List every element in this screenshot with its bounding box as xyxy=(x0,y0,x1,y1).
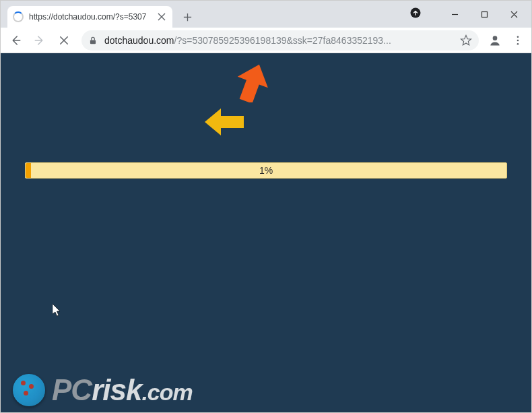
menu-button[interactable] xyxy=(508,31,527,50)
media-control-icon[interactable] xyxy=(408,5,423,20)
back-button[interactable] xyxy=(5,30,26,51)
titlebar: https://dotchaudou.com/?s=5307 xyxy=(1,1,531,28)
bookmark-button[interactable] xyxy=(460,34,472,46)
watermark-pc: PC xyxy=(52,373,92,406)
watermark-risk: risk xyxy=(92,373,141,406)
new-tab-button[interactable] xyxy=(178,7,197,26)
url-domain: dotchaudou.com xyxy=(104,35,174,46)
loading-spinner-icon xyxy=(13,11,24,22)
arrow-left-annotation-icon xyxy=(205,108,244,138)
watermark-com: .com xyxy=(141,379,192,405)
watermark: PCrisk.com xyxy=(13,373,193,407)
window-controls xyxy=(408,1,531,28)
maximize-button[interactable] xyxy=(470,4,498,24)
svg-rect-2 xyxy=(90,40,96,44)
address-bar[interactable]: dotchaudou.com/?s=530785925396198139&ssk… xyxy=(81,30,479,51)
minimize-button[interactable] xyxy=(440,4,469,24)
url-path: /?s=530785925396198139&ssk=27fa846335219… xyxy=(174,35,391,46)
toolbar-right xyxy=(486,31,527,50)
progress-bar: 1% xyxy=(25,162,507,179)
watermark-text: PCrisk.com xyxy=(52,373,193,407)
svg-point-6 xyxy=(517,42,519,44)
close-tab-button[interactable] xyxy=(156,11,167,22)
svg-point-4 xyxy=(517,36,519,38)
svg-point-5 xyxy=(517,39,519,41)
stop-button[interactable] xyxy=(53,30,75,51)
profile-button[interactable] xyxy=(486,31,504,50)
svg-point-3 xyxy=(493,36,498,40)
watermark-logo-icon xyxy=(13,374,45,406)
progress-fill xyxy=(26,163,31,178)
browser-tab[interactable]: https://dotchaudou.com/?s=5307 xyxy=(7,6,172,28)
browser-window: https://dotchaudou.com/?s=5307 xyxy=(0,0,532,413)
cursor-icon xyxy=(53,304,62,320)
progress-text: 1% xyxy=(259,165,273,176)
svg-rect-1 xyxy=(481,11,487,17)
lock-icon xyxy=(88,36,98,45)
toolbar: dotchaudou.com/?s=530785925396198139&ssk… xyxy=(1,28,531,53)
page-content: 1% PCrisk.com xyxy=(1,53,531,412)
url-text: dotchaudou.com/?s=530785925396198139&ssk… xyxy=(104,35,455,46)
forward-button[interactable] xyxy=(29,30,51,51)
tab-title: https://dotchaudou.com/?s=5307 xyxy=(29,12,153,22)
close-window-button[interactable] xyxy=(500,4,528,24)
tab-strip: https://dotchaudou.com/?s=5307 xyxy=(1,1,408,28)
